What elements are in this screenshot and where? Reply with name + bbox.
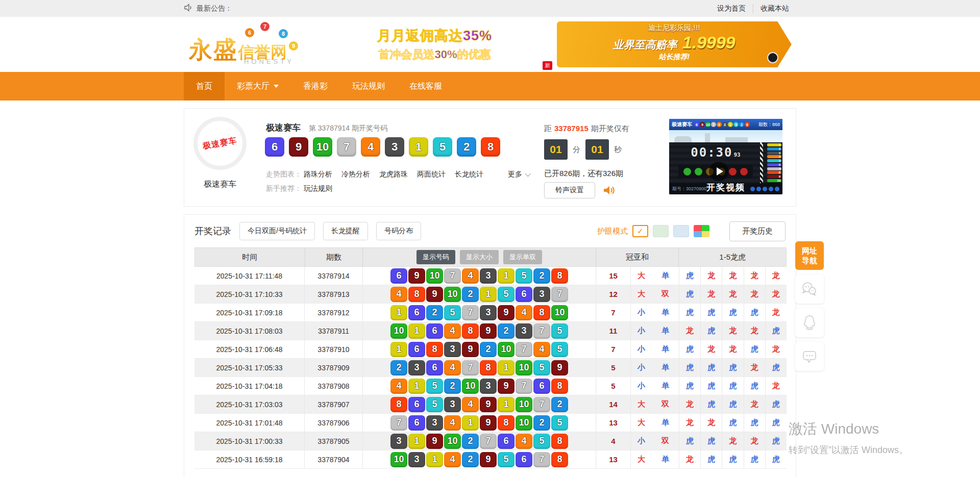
table-row: 2025-10-31 17:08:03337879111016489237511… — [194, 322, 787, 340]
row-dragon-tiger: 虎 — [679, 340, 700, 358]
row-dragon-tiger: 龙 — [765, 340, 787, 358]
promo-right-line1: 业界至高赔率 — [613, 38, 677, 52]
row-size: 大 — [630, 267, 652, 285]
seconds-unit: 秒 — [614, 145, 622, 155]
announcement-label: 最新公告： — [197, 4, 232, 13]
trend-link-长龙统计[interactable]: 长龙统计 — [455, 170, 483, 179]
row-dragon-tiger: 虎 — [679, 432, 700, 450]
more-link[interactable]: 更多 — [508, 170, 529, 179]
row-time: 2025-10-31 17:00:33 — [194, 432, 304, 450]
promo-banner-right[interactable]: 迪士尼彩乐园,!!! 业界至高赔率 1.9999 站长推荐! — [557, 21, 792, 67]
minutes-unit: 分 — [573, 145, 580, 155]
video-ball-6: 6 — [694, 122, 699, 127]
row-parity: 双 — [652, 395, 679, 413]
ball-9: 9 — [498, 379, 514, 394]
nav-item-彩票大厅[interactable]: 彩票大厅 — [225, 72, 291, 101]
eye-mode-green-swatch[interactable] — [653, 225, 669, 237]
col-numbers: 显示号码显示大小显示单双 — [362, 248, 595, 266]
eye-mode-default-checkbox[interactable]: ✓ — [632, 225, 648, 237]
row-dragon-tiger: 龙 — [722, 267, 743, 285]
newbie-row: 新手推荐： 玩法规则 — [266, 184, 341, 193]
bell-settings-button[interactable]: 铃声设置 — [544, 182, 595, 198]
trend-link-两面统计[interactable]: 两面统计 — [417, 170, 446, 179]
row-dragon-tiger: 虎 — [679, 377, 700, 395]
ball-4: 4 — [516, 305, 532, 320]
main-nav-bar: 首页彩票大厅香港彩玩法规则在线客服 — [0, 72, 980, 101]
row-dragon-tiger: 虎 — [722, 304, 743, 321]
qq-contact-button[interactable] — [795, 308, 824, 337]
table-body: 2025-10-31 17:11:48337879146910743152815… — [194, 267, 786, 469]
row-numbers: 23647811059 — [362, 359, 596, 376]
ball-3: 3 — [408, 360, 425, 375]
wechat-contact-button[interactable] — [795, 274, 824, 304]
row-parity: 单 — [652, 304, 679, 321]
nav-item-在线客服[interactable]: 在线客服 — [397, 72, 454, 101]
ball-10: 10 — [444, 434, 461, 449]
row-dragon-tiger: 虎 — [700, 359, 722, 376]
ball-7: 7 — [462, 305, 479, 320]
rules-link[interactable]: 玩法规则 — [304, 184, 332, 193]
site-nav-badge[interactable]: 网址 导航 — [795, 241, 824, 270]
row-dragon-tiger: 虎 — [679, 359, 700, 376]
ball-5: 5 — [533, 360, 550, 375]
display-button-显示单双[interactable]: 显示单双 — [503, 250, 542, 264]
row-sum: 4 — [596, 432, 630, 450]
records-button-长龙提醒[interactable]: 长龙提醒 — [323, 222, 368, 240]
ball-2: 2 — [551, 397, 568, 412]
ball-1: 1 — [498, 360, 514, 375]
video-ball-7: 7 — [711, 122, 716, 127]
row-dragon-tiger: 龙 — [700, 414, 722, 432]
row-dragon-tiger: 龙 — [744, 432, 765, 450]
nav-item-玩法规则[interactable]: 玩法规则 — [340, 72, 397, 101]
watermark-line1: 激活 Windows — [789, 419, 908, 439]
ball-1: 1 — [498, 397, 514, 412]
records-button-今日双面/号码统计[interactable]: 今日双面/号码统计 — [239, 222, 315, 240]
row-sum: 14 — [596, 395, 630, 413]
site-logo[interactable]: 永盛信誉网 HONESTY 7869 — [184, 21, 311, 68]
row-numbers: 31910276458 — [362, 432, 596, 450]
row-period: 33787904 — [304, 450, 362, 468]
promo-banner-left[interactable]: 月月返佣高达35% 首冲会员送30%的优惠 — [327, 27, 543, 62]
ball-4: 4 — [390, 287, 407, 302]
ball-10: 10 — [444, 287, 461, 302]
ball-5: 5 — [516, 268, 532, 284]
promo-banner[interactable]: 月月返佣高达35% 首冲会员送30%的优惠 新 迪士尼彩乐园,!!! 业界至高赔… — [327, 20, 796, 69]
ball-10: 10 — [313, 137, 332, 157]
set-home-link[interactable]: 设为首页 — [710, 4, 753, 13]
ball-7: 7 — [480, 434, 497, 449]
video-timer-ms: 93 — [734, 152, 741, 158]
row-period: 33787907 — [304, 395, 362, 413]
logo-ball-decor: 7 — [260, 22, 270, 31]
display-button-显示大小[interactable]: 显示大小 — [460, 250, 499, 264]
row-period: 33787905 — [304, 432, 362, 450]
records-button-号码分布[interactable]: 号码分布 — [376, 222, 421, 240]
row-dragon-tiger: 虎 — [722, 359, 743, 376]
row-dragon-tiger: 虎 — [765, 395, 787, 413]
col-period: 期数 — [305, 248, 363, 266]
records-panel: 开奖记录 今日双面/号码统计长龙提醒号码分布 护眼模式 ✓ 开奖历史 时间 期数… — [184, 214, 796, 477]
promo-right-line2: 站长推荐! — [564, 53, 785, 62]
eye-mode-color-swatch[interactable] — [694, 225, 709, 237]
draw-history-button[interactable]: 开奖历史 — [729, 221, 786, 241]
sound-icon[interactable] — [602, 185, 616, 196]
bookmark-link[interactable]: 收藏本站 — [753, 4, 796, 13]
new-badge: 新 — [543, 61, 552, 70]
ball-7: 7 — [462, 360, 479, 375]
nav-item-首页[interactable]: 首页 — [184, 72, 225, 101]
display-button-显示号码[interactable]: 显示号码 — [416, 250, 455, 264]
eye-mode-blue-swatch[interactable] — [673, 225, 689, 237]
draw-video-panel[interactable]: 极速赛车 69107431528 期数：868 00:3093 12345678… — [669, 119, 782, 194]
chat-contact-button[interactable] — [795, 342, 824, 371]
trend-link-路珠分析[interactable]: 路珠分析 — [304, 170, 332, 179]
nav-item-香港彩[interactable]: 香港彩 — [291, 72, 340, 101]
ball-6: 6 — [408, 397, 425, 412]
row-parity: 单 — [652, 267, 679, 285]
ball-10: 10 — [498, 342, 514, 357]
trend-link-冷热分析[interactable]: 冷热分析 — [341, 170, 370, 179]
play-button-icon[interactable] — [709, 162, 728, 181]
ball-7: 7 — [337, 137, 356, 157]
trend-link-龙虎路珠[interactable]: 龙虎路珠 — [379, 170, 408, 179]
ball-8: 8 — [498, 415, 514, 431]
row-numbers: 16839210745 — [362, 340, 596, 358]
ball-9: 9 — [480, 397, 497, 412]
